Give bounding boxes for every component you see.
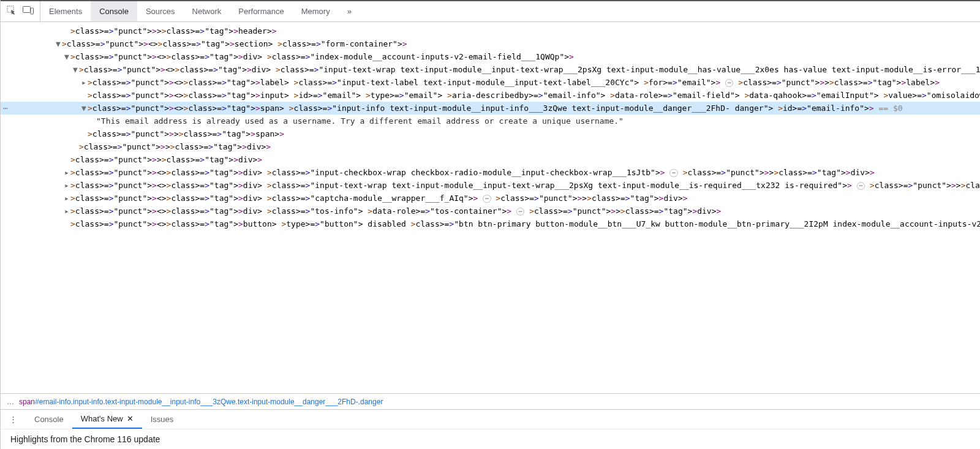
close-icon[interactable]: ✕ (127, 414, 134, 423)
devtools-panel: Elements Console Sources Network Perform… (1, 0, 980, 449)
svg-rect-2 (23, 7, 31, 13)
devtools-tabbar: Elements Console Sources Network Perform… (1, 1, 980, 22)
elements-dom-pane: >class>=>"punct">>>>class>=>"tag">>heade… (1, 22, 980, 449)
tab-network[interactable]: Network (184, 1, 230, 21)
tab-more[interactable]: » (339, 1, 360, 21)
tab-console[interactable]: Console (91, 1, 137, 21)
tab-elements[interactable]: Elements (40, 1, 91, 21)
drawer-tab-whatsnew[interactable]: What's New✕ (72, 410, 142, 429)
tab-performance[interactable]: Performance (230, 1, 292, 21)
sendgrid-wordmark: SendGrid (0, 4, 1, 23)
drawer-kebab-icon[interactable]: ⋮ (1, 410, 26, 429)
dom-tree[interactable]: >class>=>"punct">>>>class>=>"tag">>heade… (1, 22, 980, 393)
tab-sources[interactable]: Sources (137, 1, 184, 21)
inspect-icon[interactable] (7, 6, 17, 17)
drawer-body: Highlights from the Chrome 116 update (1, 429, 980, 449)
devtools-drawer: ⋮ Console What's New✕ Issues ✕ Highlight… (1, 409, 980, 449)
svg-rect-3 (31, 8, 34, 14)
dom-breadcrumb[interactable]: … span#email-info.input-info.text-input-… (1, 393, 980, 409)
drawer-tab-console[interactable]: Console (26, 410, 72, 429)
device-toggle-icon[interactable] (23, 6, 34, 17)
drawer-tab-issues[interactable]: Issues (142, 410, 183, 429)
tab-memory[interactable]: Memory (293, 1, 339, 21)
